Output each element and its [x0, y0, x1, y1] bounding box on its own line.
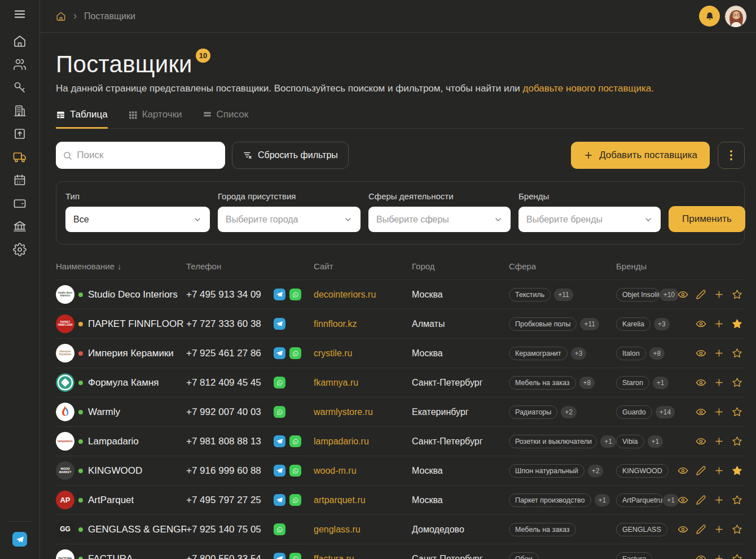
whatsapp-icon[interactable] — [274, 406, 285, 418]
supplier-site[interactable]: decointeriors.ru — [314, 290, 412, 300]
brand-tag[interactable]: Objet Insolite — [616, 288, 660, 302]
add-supplier-button[interactable]: Добавить поставщика — [571, 142, 710, 169]
brand-tag[interactable]: Guardo — [616, 405, 652, 419]
tab-list[interactable]: Список — [203, 109, 249, 129]
truck-icon[interactable] — [13, 150, 27, 164]
telegram-icon[interactable] — [274, 289, 285, 300]
view-icon[interactable] — [678, 524, 688, 535]
brand-extra-badge[interactable]: +14 — [656, 406, 675, 418]
whatsapp-icon[interactable] — [289, 553, 301, 559]
view-icon[interactable] — [696, 377, 706, 388]
favorite-star-icon[interactable] — [732, 289, 742, 300]
brand-tag[interactable]: Staron — [616, 376, 649, 390]
filter-cities-select[interactable]: Выберите города — [218, 207, 361, 232]
favorite-star-icon[interactable] — [732, 348, 742, 359]
edit-icon[interactable] — [696, 465, 706, 476]
telegram-icon[interactable] — [274, 435, 285, 447]
tab-cards[interactable]: Карточки — [128, 109, 182, 129]
brand-extra-badge[interactable]: +8 — [649, 347, 665, 360]
whatsapp-icon[interactable] — [289, 494, 301, 506]
sort-arrow-icon[interactable]: ↓ — [117, 261, 122, 271]
edit-icon[interactable] — [696, 289, 706, 300]
whatsapp-icon[interactable] — [289, 465, 301, 477]
add-icon[interactable] — [714, 436, 724, 447]
supplier-site[interactable]: artparquet.ru — [314, 495, 412, 505]
sphere-extra-badge[interactable]: +8 — [579, 377, 595, 389]
table-row[interactable]: AP ArtParquet +7 495 797 27 25 artparque… — [56, 485, 745, 514]
brand-tag[interactable]: Vibia — [616, 435, 644, 448]
breadcrumb-home-icon[interactable] — [56, 11, 66, 21]
filter-brands-select[interactable]: Выберите бренды — [518, 207, 661, 232]
supplier-site[interactable]: warmlystore.ru — [314, 407, 412, 417]
wallet-icon[interactable] — [13, 196, 27, 210]
kebab-menu-button[interactable] — [718, 142, 745, 169]
bell-icon[interactable] — [699, 6, 720, 27]
add-supplier-link[interactable]: добавьте нового поставщика. — [523, 83, 654, 94]
apply-filters-button[interactable]: Применить — [669, 206, 745, 232]
view-icon[interactable] — [678, 465, 688, 476]
calendar-icon[interactable] — [13, 173, 27, 187]
sphere-extra-badge[interactable]: +2 — [588, 465, 604, 477]
supplier-site[interactable]: crystile.ru — [314, 348, 412, 359]
filter-spheres-select[interactable]: Выберите сферы — [368, 207, 511, 232]
sphere-tag[interactable]: Розетки и выключатели — [509, 435, 597, 448]
menu-icon[interactable] — [14, 8, 26, 20]
telegram-icon[interactable] — [274, 318, 285, 330]
view-icon[interactable] — [696, 407, 706, 417]
home-icon[interactable] — [13, 34, 27, 48]
brand-extra-badge[interactable]: +3 — [654, 318, 670, 330]
favorite-star-icon[interactable] — [732, 553, 742, 559]
sphere-tag[interactable]: Паркет производство — [509, 494, 591, 507]
telegram-icon[interactable] — [12, 532, 27, 547]
bank-icon[interactable] — [13, 220, 27, 233]
whatsapp-icon[interactable] — [289, 435, 301, 447]
supplier-site[interactable]: finnfloor.kz — [314, 319, 412, 329]
telegram-icon[interactable] — [274, 347, 285, 359]
brand-extra-badge[interactable]: +10 — [660, 289, 679, 301]
brand-tag[interactable]: KINGWOOD — [616, 464, 669, 478]
brand-extra-badge[interactable]: +1 — [653, 377, 669, 389]
whatsapp-icon[interactable] — [274, 523, 285, 535]
brand-tag[interactable]: Factura — [616, 552, 652, 559]
telegram-icon[interactable] — [274, 494, 285, 506]
view-icon[interactable] — [696, 436, 706, 447]
favorite-star-icon[interactable] — [732, 524, 742, 535]
col-site[interactable]: Сайт — [314, 261, 412, 271]
table-row[interactable]: Warmly +7 992 007 40 03 warmlystore.ru Е… — [56, 397, 745, 426]
view-icon[interactable] — [696, 318, 706, 329]
supplier-site[interactable]: lampadario.ru — [314, 436, 412, 447]
settings-icon[interactable] — [13, 243, 27, 256]
tab-table[interactable]: Таблица — [56, 109, 108, 129]
brand-tag[interactable]: Italon — [616, 347, 646, 360]
table-row[interactable]: Формула Камня +7 812 409 45 45 fkamnya.r… — [56, 368, 745, 397]
supplier-site[interactable]: genglass.ru — [314, 525, 412, 535]
sphere-extra-badge[interactable]: +2 — [561, 406, 577, 418]
table-row[interactable]: studio deco interiors Studio Deco Interi… — [56, 280, 745, 309]
table-row[interactable]: GG GENGLASS & GENGR... +7 925 140 75 05 … — [56, 514, 745, 544]
edit-icon[interactable] — [696, 495, 706, 505]
add-icon[interactable] — [714, 289, 724, 300]
edit-icon[interactable] — [696, 524, 706, 535]
view-icon[interactable] — [696, 553, 706, 559]
col-sphere[interactable]: Сфера — [509, 261, 616, 271]
sphere-tag[interactable]: Шпон натуральный — [509, 464, 584, 478]
supplier-site[interactable]: fkamnya.ru — [314, 378, 412, 388]
view-icon[interactable] — [678, 289, 688, 300]
view-icon[interactable] — [678, 495, 688, 505]
table-row[interactable]: lampadario Lampadario +7 981 808 88 13 l… — [56, 426, 745, 456]
telegram-icon[interactable] — [274, 465, 285, 477]
key-icon[interactable] — [13, 81, 27, 94]
sphere-tag[interactable]: Керамогранит — [509, 347, 568, 360]
add-icon[interactable] — [714, 524, 724, 535]
whatsapp-icon[interactable] — [289, 289, 301, 300]
brand-tag[interactable]: ArtParquetru — [616, 494, 663, 507]
search-box[interactable] — [56, 142, 225, 169]
favorite-star-icon[interactable] — [732, 407, 742, 417]
sphere-tag[interactable]: Текстиль — [509, 288, 551, 302]
building-icon[interactable] — [13, 104, 27, 117]
sphere-tag[interactable]: Мебель на заказ — [509, 376, 576, 390]
sphere-extra-badge[interactable]: +1 — [600, 435, 616, 448]
add-icon[interactable] — [714, 348, 724, 359]
search-input[interactable] — [77, 150, 218, 161]
supplier-site[interactable]: wood-m.ru — [314, 466, 412, 476]
